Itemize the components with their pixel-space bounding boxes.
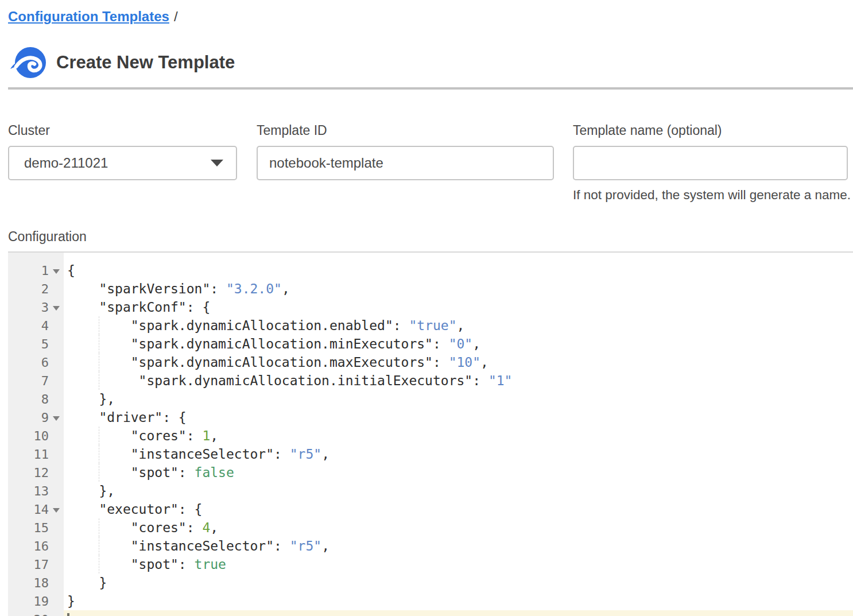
template-id-input[interactable] bbox=[257, 146, 554, 180]
template-name-input[interactable] bbox=[573, 146, 848, 180]
indent-guide bbox=[99, 463, 99, 482]
code-line[interactable]: "instanceSelector": "r5", bbox=[64, 445, 853, 463]
line-number: 18 bbox=[8, 574, 64, 592]
caret-down-icon bbox=[211, 160, 223, 166]
code-line[interactable]: "cores": 4, bbox=[64, 518, 853, 537]
editor-code-area[interactable]: { "sparkVersion": "3.2.0", "sparkConf": … bbox=[64, 253, 853, 616]
code-line[interactable]: } bbox=[64, 574, 853, 592]
indent-guide bbox=[99, 518, 99, 537]
code-line[interactable] bbox=[64, 610, 853, 616]
indent-guide bbox=[99, 427, 99, 445]
code-line[interactable]: "spark.dynamicAllocation.initialExecutor… bbox=[64, 371, 853, 390]
breadcrumb-link-configuration-templates[interactable]: Configuration Templates bbox=[8, 9, 169, 24]
configuration-label: Configuration bbox=[8, 229, 853, 245]
code-line[interactable]: "spark.dynamicAllocation.enabled": "true… bbox=[64, 316, 853, 335]
configuration-code-editor[interactable]: 1234567891011121314151617181920 { "spark… bbox=[8, 251, 853, 616]
code-line[interactable]: "spot": true bbox=[64, 555, 853, 574]
page-header: Create New Template bbox=[8, 46, 853, 79]
indent-guide bbox=[99, 335, 99, 353]
code-line[interactable]: "executor": { bbox=[64, 500, 853, 518]
line-number: 15 bbox=[8, 518, 64, 537]
code-line[interactable]: "sparkConf": { bbox=[64, 298, 853, 316]
breadcrumb: Configuration Templates/ bbox=[8, 0, 853, 25]
cluster-select[interactable]: demo-211021 bbox=[8, 146, 237, 180]
template-id-field: Template ID bbox=[257, 123, 554, 180]
cluster-selected-value: demo-211021 bbox=[24, 155, 108, 171]
line-number: 10 bbox=[8, 427, 64, 445]
indent-guide bbox=[99, 353, 99, 371]
text-cursor bbox=[67, 613, 69, 616]
code-line[interactable]: } bbox=[64, 592, 853, 610]
breadcrumb-separator: / bbox=[174, 9, 178, 24]
line-number: 4 bbox=[8, 316, 64, 335]
line-number: 7 bbox=[8, 371, 64, 390]
line-number: 13 bbox=[8, 482, 64, 500]
template-form: Cluster demo-211021 Template ID Template… bbox=[8, 123, 853, 203]
line-number: 1 bbox=[8, 261, 64, 280]
page-title: Create New Template bbox=[56, 52, 235, 73]
indent-guide bbox=[99, 316, 99, 335]
code-line[interactable]: "spark.dynamicAllocation.minExecutors": … bbox=[64, 335, 853, 353]
code-line[interactable]: "spark.dynamicAllocation.maxExecutors": … bbox=[64, 353, 853, 371]
line-number: 8 bbox=[8, 390, 64, 408]
template-name-field: Template name (optional) If not provided… bbox=[573, 123, 848, 203]
line-number: 6 bbox=[8, 353, 64, 371]
line-number: 3 bbox=[8, 298, 64, 316]
indent-guide bbox=[99, 445, 99, 463]
template-name-label: Template name (optional) bbox=[573, 123, 848, 138]
line-number: 5 bbox=[8, 335, 64, 353]
line-number: 20 bbox=[8, 610, 64, 616]
cluster-field: Cluster demo-211021 bbox=[8, 123, 237, 180]
line-number: 19 bbox=[8, 592, 64, 610]
fold-arrow-icon[interactable] bbox=[49, 414, 64, 421]
line-number: 11 bbox=[8, 445, 64, 463]
line-number: 9 bbox=[8, 408, 64, 427]
code-line[interactable]: { bbox=[64, 261, 853, 280]
indent-guide bbox=[99, 555, 99, 574]
indent-guide bbox=[99, 537, 99, 555]
line-number: 17 bbox=[8, 555, 64, 574]
fold-arrow-icon[interactable] bbox=[49, 304, 64, 311]
fold-arrow-icon[interactable] bbox=[49, 268, 64, 274]
template-name-helper-text: If not provided, the system will generat… bbox=[573, 188, 848, 203]
code-line[interactable]: }, bbox=[64, 390, 853, 408]
indent-guide bbox=[99, 371, 99, 390]
fold-arrow-icon[interactable] bbox=[49, 506, 64, 513]
code-line[interactable]: "cores": 1, bbox=[64, 427, 853, 445]
line-number: 2 bbox=[8, 280, 64, 298]
code-line[interactable]: "spot": false bbox=[64, 463, 853, 482]
line-number: 14 bbox=[8, 500, 64, 518]
cluster-label: Cluster bbox=[8, 123, 237, 138]
ocean-wave-logo-icon bbox=[8, 46, 47, 79]
code-line[interactable]: "driver": { bbox=[64, 408, 853, 427]
code-line[interactable]: "instanceSelector": "r5", bbox=[64, 537, 853, 555]
template-id-label: Template ID bbox=[257, 123, 554, 138]
header-divider bbox=[8, 87, 853, 90]
code-line[interactable]: "sparkVersion": "3.2.0", bbox=[64, 280, 853, 298]
line-number: 16 bbox=[8, 537, 64, 555]
create-template-page: Configuration Templates/ Create New Temp… bbox=[0, 0, 853, 616]
editor-gutter: 1234567891011121314151617181920 bbox=[8, 253, 64, 616]
code-line[interactable]: }, bbox=[64, 482, 853, 500]
line-number: 12 bbox=[8, 463, 64, 482]
